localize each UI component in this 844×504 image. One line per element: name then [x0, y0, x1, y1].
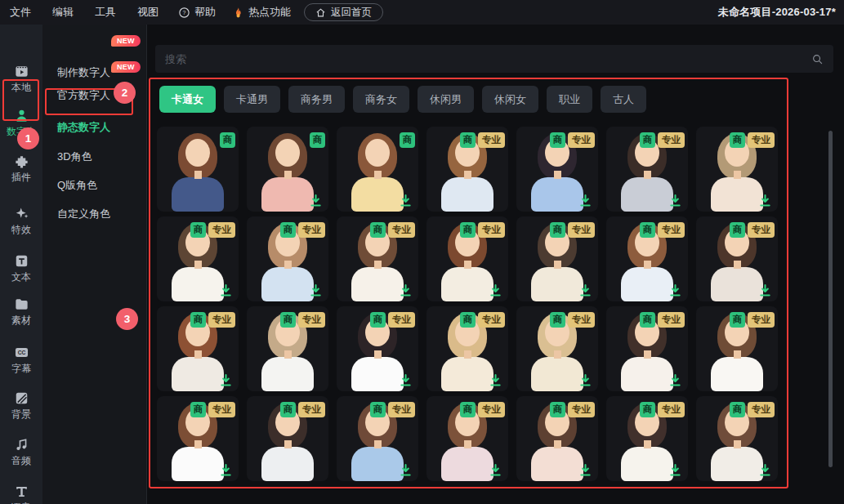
submenu-item-2[interactable]: 静态数字人	[57, 120, 110, 135]
download-icon[interactable]	[578, 463, 592, 477]
sidebar-item-9[interactable]: 语音	[0, 484, 42, 504]
download-icon[interactable]	[758, 463, 772, 477]
menu-item-1[interactable]: 编辑	[52, 5, 74, 20]
badge-group: 商专业	[640, 222, 685, 238]
character-card[interactable]: 商专业	[157, 306, 239, 391]
menu-item-2[interactable]: 工具	[95, 5, 116, 20]
submenu-item-3[interactable]: 3D角色	[57, 149, 92, 164]
download-icon[interactable]	[489, 373, 502, 387]
character-card[interactable]: 商专业	[157, 216, 239, 301]
character-card[interactable]: 商专业	[516, 396, 598, 481]
badge-group: 商专业	[280, 222, 325, 238]
commercial-badge: 商	[280, 222, 296, 238]
character-card[interactable]: 商专业	[696, 306, 778, 391]
download-icon[interactable]	[309, 194, 323, 207]
download-icon[interactable]	[578, 194, 592, 207]
character-card[interactable]: 商专业	[247, 396, 328, 481]
character-card[interactable]: 商专业	[606, 306, 688, 391]
download-icon[interactable]	[399, 463, 413, 477]
submenu-item-4[interactable]: Q版角色	[57, 178, 97, 193]
sidebar-item-3[interactable]: 特效	[0, 206, 42, 235]
tab-3[interactable]: 商务女	[353, 86, 409, 113]
download-icon[interactable]	[578, 283, 592, 297]
professional-badge: 专业	[658, 312, 685, 328]
download-icon[interactable]	[489, 283, 502, 297]
tab-4[interactable]: 休闲男	[418, 86, 474, 113]
download-icon[interactable]	[399, 373, 413, 387]
character-card[interactable]: 商专业	[606, 127, 688, 212]
professional-badge: 专业	[478, 402, 505, 417]
hot-features-menu[interactable]: 热点功能	[232, 5, 291, 20]
menu-item-0[interactable]: 文件	[10, 5, 31, 20]
submenu-item-0[interactable]: 制作数字人	[57, 65, 110, 80]
commercial-badge: 商	[190, 222, 206, 238]
menu-item-3[interactable]: 视图	[137, 5, 159, 20]
badge-group: 商专业	[280, 312, 325, 328]
character-card[interactable]: 商专业	[516, 216, 598, 301]
sidebar-item-7[interactable]: 背景	[0, 390, 42, 420]
professional-badge: 专业	[658, 132, 685, 148]
character-card[interactable]: 商专业	[337, 306, 418, 391]
character-card[interactable]: 商专业	[337, 396, 418, 481]
character-card[interactable]: 商专业	[606, 216, 688, 301]
sidebar-item-0[interactable]: 本地	[0, 64, 42, 93]
submenu-item-1[interactable]: 官方数字人	[57, 88, 110, 103]
download-icon[interactable]	[399, 283, 413, 297]
project-title: 未命名项目-2026-03-17*	[718, 5, 844, 20]
search-icon[interactable]	[811, 53, 824, 65]
download-icon[interactable]	[578, 373, 592, 387]
character-card[interactable]: 商专业	[247, 306, 328, 391]
character-card[interactable]: 商专业	[426, 127, 508, 212]
character-card[interactable]: 商专业	[157, 396, 239, 481]
character-card[interactable]: 商专业	[426, 306, 508, 391]
tab-5[interactable]: 休闲女	[482, 86, 538, 113]
character-card[interactable]: 商专业	[516, 127, 598, 212]
character-card[interactable]: 商专业	[696, 396, 778, 481]
download-icon[interactable]	[668, 463, 682, 477]
character-card[interactable]: 商专业	[426, 216, 508, 301]
text-icon	[14, 253, 29, 269]
character-card[interactable]: 商	[247, 127, 328, 212]
character-card[interactable]: 商专业	[696, 127, 778, 212]
download-icon[interactable]	[489, 463, 502, 477]
commercial-badge: 商	[730, 222, 745, 238]
download-icon[interactable]	[758, 194, 772, 207]
download-icon[interactable]	[758, 283, 772, 297]
character-card[interactable]: 商	[337, 127, 418, 212]
download-icon[interactable]	[668, 373, 682, 387]
cc-icon: CC	[14, 345, 29, 360]
badge-group: 商	[220, 132, 235, 148]
download-icon[interactable]	[219, 373, 233, 387]
submenu-item-5[interactable]: 自定义角色	[57, 207, 110, 221]
sidebar-item-8[interactable]: 音频	[0, 437, 42, 466]
character-card[interactable]: 商	[157, 127, 239, 212]
commercial-badge: 商	[640, 402, 655, 417]
character-card[interactable]: 商专业	[247, 216, 328, 301]
download-icon[interactable]	[219, 463, 233, 477]
download-icon[interactable]	[309, 283, 323, 297]
tab-0[interactable]: 卡通女	[159, 86, 216, 113]
help-menu[interactable]: ? 帮助	[178, 5, 216, 20]
character-card[interactable]: 商专业	[426, 396, 508, 481]
download-icon[interactable]	[668, 283, 682, 297]
character-card[interactable]: 商专业	[516, 306, 598, 391]
commercial-badge: 商	[460, 222, 476, 238]
tab-6[interactable]: 职业	[547, 86, 592, 113]
character-card[interactable]: 商专业	[337, 216, 418, 301]
download-icon[interactable]	[399, 194, 413, 207]
search-input[interactable]	[165, 53, 811, 65]
character-card[interactable]: 商专业	[606, 396, 688, 481]
character-card[interactable]: 商专业	[696, 216, 778, 301]
sidebar-item-6[interactable]: CC字幕	[0, 345, 42, 374]
sidebar-item-5[interactable]: 素材	[0, 297, 42, 326]
sidebar-item-4[interactable]: 文本	[0, 253, 42, 283]
sidebar-item-2[interactable]: 插件	[0, 154, 42, 183]
return-home-button[interactable]: 返回首页	[304, 3, 383, 21]
download-icon[interactable]	[668, 194, 682, 207]
tab-1[interactable]: 卡通男	[224, 86, 280, 113]
tab-7[interactable]: 古人	[601, 86, 646, 113]
download-icon[interactable]	[219, 283, 233, 297]
tab-2[interactable]: 商务男	[288, 86, 345, 113]
sidebar-item-1[interactable]: 数字人	[0, 108, 42, 137]
scrollbar[interactable]	[828, 131, 833, 467]
